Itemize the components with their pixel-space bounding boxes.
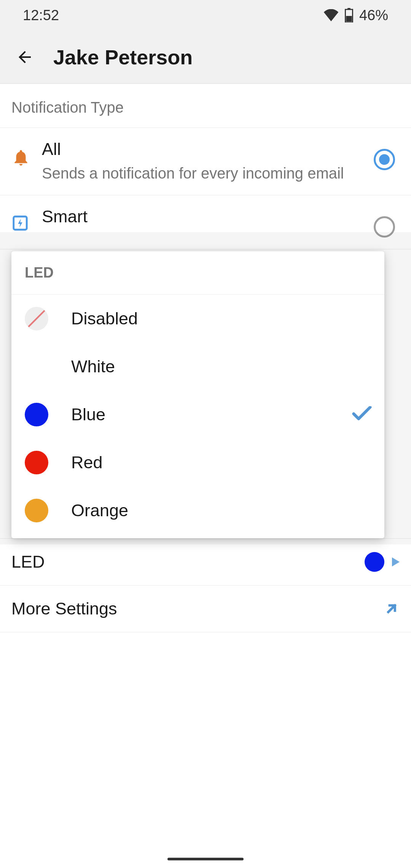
notification-option-all[interactable]: All Sends a notification for every incom… — [0, 128, 411, 195]
option-smart-title: Smart — [42, 207, 362, 227]
status-bar: 12:52 46% — [0, 0, 411, 30]
setting-led-label: LED — [11, 552, 45, 572]
setting-more[interactable]: More Settings — [0, 586, 411, 632]
led-option-white[interactable]: White — [11, 343, 384, 391]
radio-smart[interactable] — [374, 216, 395, 238]
led-option-red[interactable]: Red — [11, 439, 384, 487]
notification-option-smart[interactable]: Smart — [0, 195, 411, 249]
page-title: Jake Peterson — [53, 45, 193, 69]
led-label-white: White — [71, 357, 329, 377]
led-option-orange[interactable]: Orange — [11, 487, 384, 535]
svg-rect-2 — [346, 16, 352, 22]
app-header: Jake Peterson — [0, 30, 411, 84]
radio-all[interactable] — [374, 149, 395, 170]
bell-icon — [11, 147, 30, 168]
check-icon — [352, 406, 372, 421]
swatch-red-icon — [25, 451, 48, 474]
led-option-disabled[interactable]: Disabled — [11, 295, 384, 343]
led-color-dot — [365, 552, 384, 572]
led-label-red: Red — [71, 453, 329, 472]
led-option-blue[interactable]: Blue — [11, 391, 384, 439]
battery-text: 46% — [359, 7, 388, 24]
led-label-disabled: Disabled — [71, 309, 329, 329]
wifi-icon — [323, 9, 339, 21]
option-all-desc: Sends a notification for every incoming … — [42, 163, 362, 183]
led-popup-title: LED — [11, 251, 384, 295]
led-label-orange: Orange — [71, 501, 329, 520]
swatch-white-icon — [25, 355, 48, 378]
option-all-title: All — [42, 139, 362, 159]
setting-led[interactable]: LED — [0, 539, 411, 586]
led-label-blue: Blue — [71, 405, 329, 424]
status-icons: 46% — [323, 7, 388, 24]
swatch-blue-icon — [25, 403, 48, 426]
battery-icon — [344, 8, 354, 22]
swatch-disabled-icon — [25, 307, 48, 330]
arrow-left-icon — [16, 48, 34, 66]
swatch-orange-icon — [25, 499, 48, 522]
notification-type-label: Notification Type — [0, 84, 411, 128]
status-time: 12:52 — [23, 7, 59, 24]
led-popup: LED Disabled White Blue Red Orange — [11, 251, 384, 538]
setting-more-label: More Settings — [11, 599, 117, 619]
arrow-up-right-icon — [384, 601, 400, 617]
smart-lightning-icon — [11, 214, 29, 232]
back-button[interactable] — [11, 44, 38, 70]
nav-handle[interactable] — [167, 858, 244, 860]
triangle-right-icon — [392, 557, 400, 566]
